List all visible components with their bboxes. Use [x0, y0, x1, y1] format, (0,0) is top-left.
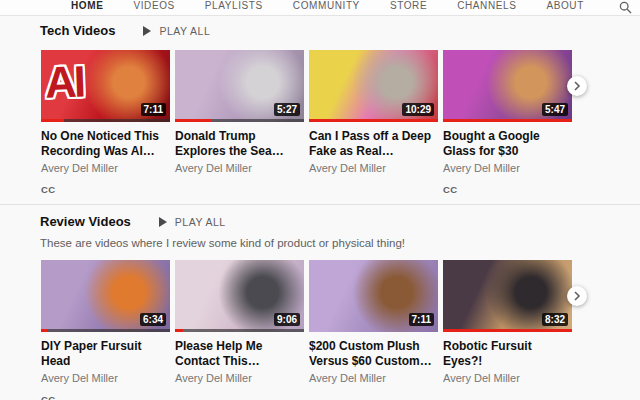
- video-title[interactable]: Please Help Me Contact This Company!: [175, 339, 304, 369]
- chevron-right-icon: [573, 291, 581, 301]
- video-thumbnail[interactable]: 5:47: [443, 50, 572, 122]
- nav-tab-home[interactable]: HOME: [66, 0, 108, 16]
- video-cards: 6:34 DIY Paper Fursuit Head Avery Del Mi…: [0, 260, 640, 400]
- video-title[interactable]: Can I Pass off a Deep Fake as Real Foota…: [309, 129, 438, 159]
- video-author[interactable]: Avery Del Miller: [175, 372, 304, 385]
- play-all-button[interactable]: PLAY ALL: [159, 216, 226, 228]
- nav-tab-community[interactable]: COMMUNITY: [288, 0, 365, 15]
- video-author[interactable]: Avery Del Miller: [443, 162, 572, 175]
- video-author[interactable]: Avery Del Miller: [309, 372, 438, 385]
- duration-badge: 7:11: [409, 313, 434, 326]
- video-title[interactable]: Bought a Google Glass for $30: [443, 129, 572, 159]
- watch-progress-fill: [41, 119, 64, 122]
- video-title[interactable]: No One Noticed This Recording Was AI Gen…: [41, 129, 170, 159]
- watch-progress: [41, 119, 170, 122]
- duration-badge: 10:29: [402, 103, 434, 116]
- next-arrow-button[interactable]: [567, 76, 587, 96]
- video-thumbnail[interactable]: 5:27: [175, 50, 304, 122]
- video-card[interactable]: 6:34 DIY Paper Fursuit Head Avery Del Mi…: [41, 260, 170, 400]
- video-author[interactable]: Avery Del Miller: [443, 372, 572, 385]
- watch-progress-fill: [175, 119, 211, 122]
- cc-badge: CC: [41, 184, 170, 195]
- section-description: These are videos where I review some kin…: [40, 237, 640, 249]
- video-title[interactable]: Donald Trump Explores the Sea Shore: [175, 129, 304, 159]
- play-all-button[interactable]: PLAY ALL: [143, 25, 210, 37]
- cc-badge: CC: [443, 184, 572, 195]
- video-thumbnail[interactable]: 7:11: [309, 260, 438, 332]
- watch-progress-fill: [175, 329, 183, 332]
- video-row: AI 7:11 No One Noticed This Recording Wa…: [0, 50, 640, 195]
- search-icon: [619, 1, 632, 14]
- video-row: 6:34 DIY Paper Fursuit Head Avery Del Mi…: [0, 260, 640, 400]
- search-button[interactable]: [618, 0, 632, 14]
- main-content: Tech Videos PLAY ALL AI 7:11 No One Noti…: [0, 22, 640, 400]
- video-author[interactable]: Avery Del Miller: [41, 162, 170, 175]
- video-author[interactable]: Avery Del Miller: [309, 162, 438, 175]
- duration-badge: 5:27: [274, 103, 300, 116]
- video-thumbnail[interactable]: 8:32: [443, 260, 572, 332]
- video-card[interactable]: 5:47 Bought a Google Glass for $30 Avery…: [443, 50, 572, 195]
- chevron-right-icon: [573, 81, 581, 91]
- duration-badge: 7:11: [141, 103, 166, 116]
- nav-tab-store[interactable]: STORE: [385, 0, 432, 15]
- watch-progress: [175, 329, 304, 332]
- section-title[interactable]: Tech Videos: [40, 23, 115, 38]
- video-title[interactable]: Robotic Fursuit Eyes?!: [443, 339, 572, 369]
- video-thumbnail[interactable]: 9:06: [175, 260, 304, 332]
- watch-progress: [443, 329, 572, 332]
- video-card[interactable]: 10:29 Can I Pass off a Deep Fake as Real…: [309, 50, 438, 195]
- watch-progress-fill: [41, 329, 47, 332]
- section-title[interactable]: Review Videos: [40, 214, 131, 229]
- video-title[interactable]: DIY Paper Fursuit Head: [41, 339, 170, 369]
- video-shelf: Review Videos PLAY ALL These are videos …: [0, 204, 640, 400]
- video-thumbnail[interactable]: 10:29: [309, 50, 438, 122]
- play-all-label: PLAY ALL: [175, 216, 226, 228]
- video-card[interactable]: 9:06 Please Help Me Contact This Company…: [175, 260, 304, 400]
- video-card[interactable]: 7:11 $200 Custom Plush Versus $60 Custom…: [309, 260, 438, 400]
- duration-badge: 9:06: [274, 313, 300, 326]
- video-title[interactable]: $200 Custom Plush Versus $60 Custom Plus…: [309, 339, 438, 369]
- duration-badge: 6:34: [140, 313, 166, 326]
- nav-tab-videos[interactable]: VIDEOS: [128, 0, 179, 15]
- video-card[interactable]: 8:32 Robotic Fursuit Eyes?! Avery Del Mi…: [443, 260, 572, 400]
- shelf-header: Review Videos PLAY ALL: [0, 213, 640, 230]
- video-author[interactable]: Avery Del Miller: [41, 372, 170, 385]
- video-card[interactable]: AI 7:11 No One Noticed This Recording Wa…: [41, 50, 170, 195]
- play-all-label: PLAY ALL: [159, 25, 210, 37]
- channel-tab-bar: HOME VIDEOS PLAYLISTS COMMUNITY STORE CH…: [0, 0, 640, 16]
- video-thumbnail[interactable]: AI 7:11: [41, 50, 170, 122]
- video-thumbnail[interactable]: 6:34: [41, 260, 170, 332]
- next-arrow-button[interactable]: [567, 286, 587, 306]
- nav-tab-channels[interactable]: CHANNELS: [452, 0, 521, 15]
- nav-tabs: HOME VIDEOS PLAYLISTS COMMUNITY STORE CH…: [66, 0, 609, 16]
- watch-progress: [443, 119, 572, 122]
- watch-progress-fill: [309, 119, 438, 122]
- thumbnail-label: AI: [44, 53, 84, 110]
- duration-badge: 5:47: [542, 103, 568, 116]
- watch-progress-fill: [443, 329, 572, 332]
- play-icon: [159, 217, 167, 227]
- video-cards: AI 7:11 No One Noticed This Recording Wa…: [0, 50, 640, 195]
- cc-badge: CC: [41, 394, 170, 400]
- watch-progress-fill: [443, 119, 572, 122]
- watch-progress: [41, 329, 170, 332]
- watch-progress: [175, 119, 304, 122]
- watch-progress: [309, 119, 438, 122]
- duration-badge: 8:32: [542, 313, 568, 326]
- play-icon: [143, 26, 151, 36]
- shelf-header: Tech Videos PLAY ALL: [0, 22, 640, 39]
- video-author[interactable]: Avery Del Miller: [175, 162, 304, 175]
- nav-tab-about[interactable]: ABOUT: [541, 0, 588, 15]
- video-shelf: Tech Videos PLAY ALL AI 7:11 No One Noti…: [0, 22, 640, 195]
- video-card[interactable]: 5:27 Donald Trump Explores the Sea Shore…: [175, 50, 304, 195]
- nav-tab-playlists[interactable]: PLAYLISTS: [200, 0, 268, 15]
